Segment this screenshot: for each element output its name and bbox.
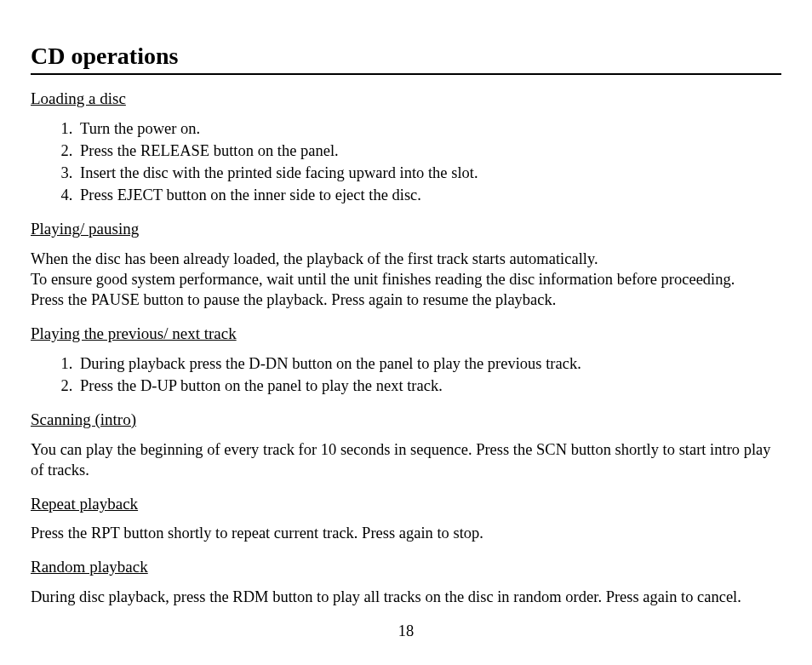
section-heading-repeat: Repeat playback: [31, 494, 781, 515]
page-title: CD operations: [31, 41, 781, 75]
paragraph: Press the RPT button shortly to repeat c…: [31, 523, 781, 543]
list-item: Turn the power on.: [77, 118, 781, 139]
loading-steps-list: Turn the power on. Press the RELEASE but…: [31, 118, 781, 205]
paragraph: During disc playback, press the RDM butt…: [31, 587, 781, 607]
paragraph-line: To ensure good system performance, wait …: [31, 271, 735, 288]
list-item: Insert the disc with the printed side fa…: [77, 163, 781, 183]
section-heading-playing: Playing/ pausing: [31, 219, 781, 240]
list-item: Press the RELEASE button on the panel.: [77, 140, 781, 161]
list-item: Press the D-UP button on the panel to pl…: [77, 375, 781, 396]
list-item: During playback press the D-DN button on…: [77, 353, 781, 374]
list-item: Press EJECT button on the inner side to …: [77, 185, 781, 205]
page-number: 18: [31, 621, 781, 641]
paragraph: You can play the beginning of every trac…: [31, 439, 781, 480]
paragraph-line: Press the PAUSE button to pause the play…: [31, 291, 556, 308]
section-heading-random: Random playback: [31, 557, 781, 578]
section-heading-prevnext: Playing the previous/ next track: [31, 324, 781, 345]
section-heading-loading: Loading a disc: [31, 89, 781, 110]
paragraph: When the disc has been already loaded, t…: [31, 249, 781, 310]
section-heading-scanning: Scanning (intro): [31, 410, 781, 431]
paragraph-line: When the disc has been already loaded, t…: [31, 250, 598, 267]
prevnext-steps-list: During playback press the D-DN button on…: [31, 353, 781, 396]
